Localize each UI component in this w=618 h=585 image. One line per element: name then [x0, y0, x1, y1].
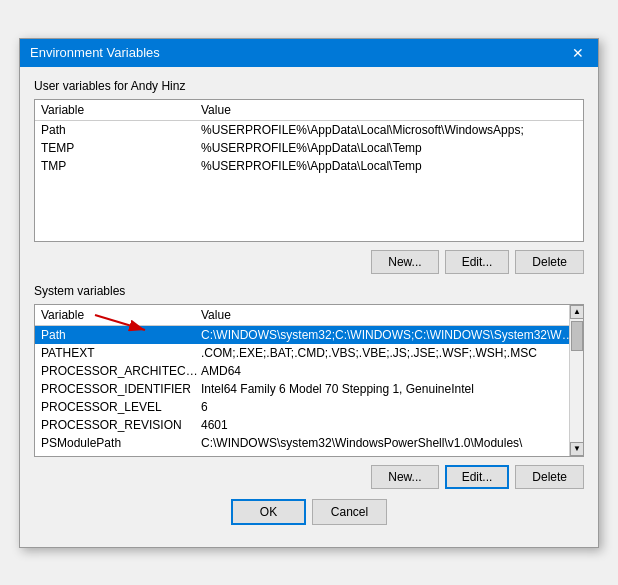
row-value: %USERPROFILE%\AppData\Local\Microsoft\Wi…: [201, 123, 577, 137]
row-variable: PATHEXT: [41, 346, 201, 360]
close-button[interactable]: ✕: [568, 45, 588, 61]
row-variable: PSModulePath: [41, 436, 201, 450]
user-table-body: Path %USERPROFILE%\AppData\Local\Microso…: [35, 121, 583, 241]
table-row[interactable]: Path %USERPROFILE%\AppData\Local\Microso…: [35, 121, 583, 139]
scroll-track[interactable]: [570, 319, 583, 442]
user-variables-section: User variables for Andy Hinz Variable Va…: [34, 79, 584, 274]
table-row[interactable]: TMP %USERPROFILE%\AppData\Local\Temp: [35, 157, 583, 175]
table-row[interactable]: TEMP %USERPROFILE%\AppData\Local\Temp: [35, 139, 583, 157]
bottom-buttons-row: OK Cancel: [34, 499, 584, 535]
row-value: C:\WINDOWS\system32\WindowsPowerShell\v1…: [201, 436, 577, 450]
table-row[interactable]: PROCESSOR_ARCHITECTURE AMD64: [35, 362, 583, 380]
row-value: %USERPROFILE%\AppData\Local\Temp: [201, 159, 577, 173]
cancel-button[interactable]: Cancel: [312, 499, 387, 525]
row-variable: Path: [41, 328, 201, 342]
dialog-title: Environment Variables: [30, 45, 160, 60]
user-buttons-row: New... Edit... Delete: [34, 250, 584, 274]
row-value: AMD64: [201, 364, 577, 378]
scroll-thumb[interactable]: [571, 321, 583, 351]
row-variable: PROCESSOR_IDENTIFIER: [41, 382, 201, 396]
system-variable-col-header: Variable: [41, 308, 201, 322]
system-variables-table: Variable Value Path C:\WINDOWS\system32;…: [34, 304, 584, 457]
system-table-header: Variable Value: [35, 305, 583, 326]
row-value: Intel64 Family 6 Model 70 Stepping 1, Ge…: [201, 382, 577, 396]
row-variable: TEMP: [41, 141, 201, 155]
row-value: %USERPROFILE%\AppData\Local\Temp: [201, 141, 577, 155]
row-value: .COM;.EXE;.BAT;.CMD;.VBS;.VBE;.JS;.JSE;.…: [201, 346, 577, 360]
system-buttons-row: New... Edit... Delete: [34, 465, 584, 489]
system-table-body: Path C:\WINDOWS\system32;C:\WINDOWS;C:\W…: [35, 326, 583, 456]
system-delete-button[interactable]: Delete: [515, 465, 584, 489]
row-value: C:\WINDOWS\system32;C:\WINDOWS;C:\WINDOW…: [201, 328, 577, 342]
row-variable: TMP: [41, 159, 201, 173]
row-variable: PROCESSOR_LEVEL: [41, 400, 201, 414]
dialog-body: User variables for Andy Hinz Variable Va…: [20, 67, 598, 547]
title-bar: Environment Variables ✕: [20, 39, 598, 67]
system-new-button[interactable]: New...: [371, 465, 438, 489]
row-variable: PROCESSOR_ARCHITECTURE: [41, 364, 201, 378]
user-edit-button[interactable]: Edit...: [445, 250, 510, 274]
scroll-down-button[interactable]: ▼: [570, 442, 584, 456]
user-section-label: User variables for Andy Hinz: [34, 79, 584, 93]
system-edit-button[interactable]: Edit...: [445, 465, 510, 489]
scroll-up-button[interactable]: ▲: [570, 305, 584, 319]
table-row[interactable]: PROCESSOR_REVISION 4601: [35, 416, 583, 434]
system-variables-section: System variables Variable Value Path C:\…: [34, 284, 584, 489]
table-row[interactable]: PATHEXT .COM;.EXE;.BAT;.CMD;.VBS;.VBE;.J…: [35, 344, 583, 362]
user-variables-table: Variable Value Path %USERPROFILE%\AppDat…: [34, 99, 584, 242]
row-variable: Path: [41, 123, 201, 137]
table-row[interactable]: PROCESSOR_IDENTIFIER Intel64 Family 6 Mo…: [35, 380, 583, 398]
environment-variables-dialog: Environment Variables ✕ User variables f…: [19, 38, 599, 548]
table-row[interactable]: PROCESSOR_LEVEL 6: [35, 398, 583, 416]
user-delete-button[interactable]: Delete: [515, 250, 584, 274]
ok-button[interactable]: OK: [231, 499, 306, 525]
system-value-col-header: Value: [201, 308, 577, 322]
user-value-col-header: Value: [201, 103, 577, 117]
user-variable-col-header: Variable: [41, 103, 201, 117]
user-new-button[interactable]: New...: [371, 250, 438, 274]
user-table-header: Variable Value: [35, 100, 583, 121]
row-variable: PROCESSOR_REVISION: [41, 418, 201, 432]
table-row[interactable]: PSModulePath C:\WINDOWS\system32\Windows…: [35, 434, 583, 452]
system-table-content: Path C:\WINDOWS\system32;C:\WINDOWS;C:\W…: [35, 326, 583, 456]
row-value: 6: [201, 400, 577, 414]
table-row[interactable]: Path C:\WINDOWS\system32;C:\WINDOWS;C:\W…: [35, 326, 583, 344]
row-value: 4601: [201, 418, 577, 432]
system-section-label: System variables: [34, 284, 584, 298]
system-table-scrollbar[interactable]: ▲ ▼: [569, 305, 583, 456]
